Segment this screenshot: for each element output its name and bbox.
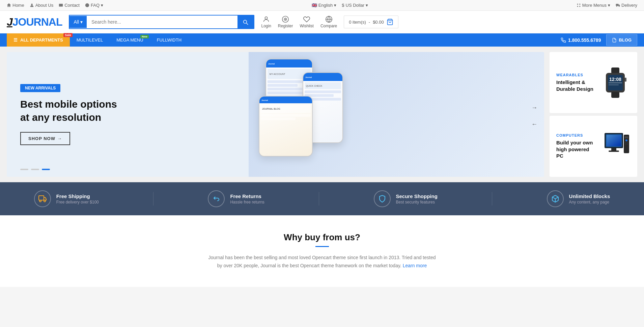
currency-selector[interactable]: $ US Dollar ▾ [342,3,368,8]
svg-rect-39 [625,142,628,143]
hero-section: NEW ARRIVALS Best mobile options at any … [0,47,644,182]
top-bar: Home About Us Contact ? FAQ ▾ 🇬🇧 English… [0,0,644,11]
nav-fullwidth[interactable]: FULLWIDTH [150,33,188,47]
why-title: Why buy from us? [7,232,637,243]
top-bar-right: More Menus ▾ Delivery [577,3,637,8]
svg-point-11 [244,20,247,23]
why-underline [315,246,329,247]
all-departments-button[interactable]: ☰ ALL DEPARTMENTS Sale [7,33,70,47]
header-icons: Login Register Wishlist Compare 0 item(s… [261,16,398,28]
learn-more-link[interactable]: Learn more [403,263,427,268]
svg-rect-27 [609,82,622,83]
svg-rect-23 [611,67,619,74]
feature-unlimited-blocks: Unlimited Blocks Any content, any page [547,190,610,207]
svg-point-9 [616,6,617,7]
svg-point-4 [577,4,578,5]
language-selector[interactable]: 🇬🇧 English ▾ [312,3,337,8]
nav-blog[interactable]: BLOG [606,34,637,46]
side-banners: WEARABLES Intelligent & Durable Design 1… [550,52,637,177]
nav-multilevel[interactable]: MULTILEVEL [70,33,110,47]
cart-button[interactable]: 0 item(s) - $0.00 [344,16,398,28]
nav-faq[interactable]: ? FAQ ▾ [85,3,103,8]
nav-about-us[interactable]: About Us [30,3,53,8]
svg-rect-29 [611,92,619,98]
feature-title-returns: Free Returns [230,193,264,199]
svg-rect-37 [625,136,628,138]
svg-text:?: ? [86,4,88,7]
why-body: Journal has been the best selling and mo… [207,254,437,270]
features-bar: Free Shipping Free delivery over $100 Fr… [0,182,644,215]
return-icon [208,190,225,207]
nav-mega-menu[interactable]: MEGA MENU New [110,33,150,47]
banner-title-computers: Build your own high powered PC [556,139,596,159]
why-section: Why buy from us? Journal has been the be… [0,215,644,287]
search-input[interactable] [87,16,237,28]
phone-device-3: Journal JOURNAL BLOG [259,96,313,157]
banner-category-wearables: WEARABLES [556,73,596,77]
nav-right: 1.800.555.6789 BLOG [561,34,637,46]
dot-3[interactable] [42,169,50,170]
svg-point-38 [625,139,627,141]
nav-contact[interactable]: Contact [59,3,80,8]
feature-subtitle-secure: Best security features [396,200,438,205]
svg-rect-33 [607,135,621,146]
feature-secure-shopping: Secure Shopping Best security features [374,190,438,207]
shop-now-button[interactable]: SHOP NOW → [20,132,70,145]
svg-rect-30 [625,78,626,82]
computer-image [600,131,631,162]
watch-image: 12:08 [600,67,631,98]
svg-point-16 [285,19,286,20]
banner-category-computers: COMPUTERS [556,133,596,137]
nav-home[interactable]: Home [7,3,24,8]
nav-links: MULTILEVEL MEGA MENU New FULLWIDTH [70,33,561,47]
phone-mockup: Journal MY ACCOUNT Journal [249,52,544,177]
svg-text:Journal: Journal [305,76,312,78]
dot-1[interactable] [20,169,28,170]
svg-point-6 [577,6,578,7]
hero-content: NEW ARRIVALS Best mobile options at any … [20,84,121,145]
slider-dots [20,169,50,170]
top-bar-center: 🇬🇧 English ▾ $ US Dollar ▾ [312,3,368,8]
site-logo[interactable]: JJOURNAL [7,16,62,28]
more-menus[interactable]: More Menus ▾ [577,3,610,8]
hero-badge: NEW ARRIVALS [20,84,60,92]
hero-slider: NEW ARRIVALS Best mobile options at any … [7,52,544,177]
svg-point-7 [579,6,580,7]
svg-text:Journal: Journal [268,63,275,65]
feature-title-shipping: Free Shipping [56,193,99,199]
delivery-link[interactable]: Delivery [616,3,637,8]
header: JJOURNAL All ▾ Login Register Wishlist C… [0,11,644,33]
banner-title-wearables: Intelligent & Durable Design [556,79,596,92]
dot-2[interactable] [31,169,39,170]
svg-point-5 [579,4,580,5]
svg-line-12 [247,23,248,25]
login-icon[interactable]: Login [261,16,271,28]
feature-subtitle-shipping: Free delivery over $100 [56,200,99,205]
shield-icon [374,190,391,207]
computers-banner[interactable]: COMPUTERS Build your own high powered PC [550,116,637,177]
svg-rect-8 [616,4,619,6]
svg-rect-28 [609,84,619,85]
wearables-banner[interactable]: WEARABLES Intelligent & Durable Design 1… [550,52,637,113]
svg-rect-40 [625,144,628,144]
wishlist-icon[interactable]: Wishlist [300,16,314,28]
box-icon [547,190,564,207]
search-button[interactable] [237,16,254,28]
truck-icon [34,190,51,207]
svg-point-13 [265,17,267,19]
svg-text:12:08: 12:08 [609,77,621,82]
compare-icon[interactable]: Compare [320,16,337,28]
top-bar-left: Home About Us Contact ? FAQ ▾ [7,3,103,8]
svg-text:Journal: Journal [261,99,268,101]
slider-next-arrow[interactable]: → [531,104,537,111]
nav-phone: 1.800.555.6789 [561,37,601,43]
svg-point-0 [31,4,33,5]
register-icon[interactable]: Register [278,16,293,28]
svg-point-43 [44,200,46,202]
feature-subtitle-blocks: Any content, any page [569,200,610,205]
search-category-dropdown[interactable]: All ▾ [69,16,87,28]
slider-prev-arrow[interactable]: ← [531,121,537,128]
svg-point-10 [619,6,620,7]
feature-free-returns: Free Returns Hassle free returns [208,190,264,207]
svg-rect-35 [609,151,619,152]
